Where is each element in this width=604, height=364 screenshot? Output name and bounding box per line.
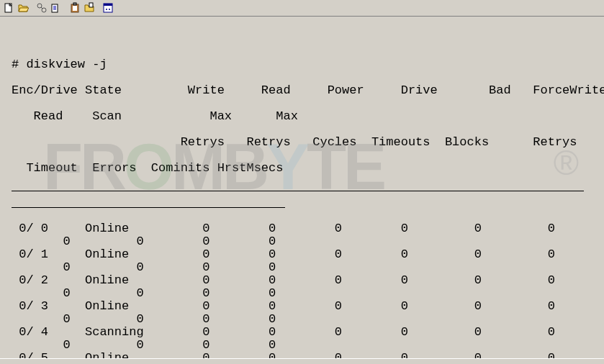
status-bar xyxy=(0,358,604,364)
paste-button[interactable] xyxy=(49,1,63,15)
session-button[interactable] xyxy=(82,1,96,15)
copy-button[interactable] xyxy=(35,1,49,15)
sub-divider-line xyxy=(12,207,285,208)
svg-rect-11 xyxy=(89,3,93,7)
properties-button[interactable] xyxy=(101,1,115,15)
table-row: 0/ 1 Online 0 0 0 0 0 0 0 0 0 0 0 xyxy=(12,248,597,274)
svg-rect-10 xyxy=(73,3,76,5)
data-rows-container: 0/ 0 Online 0 0 0 0 0 0 0 0 0 0 0 0/ 1 O… xyxy=(12,222,597,364)
svg-point-15 xyxy=(109,9,110,10)
svg-rect-9 xyxy=(73,6,77,11)
table-row: 0/ 4 Scanning 0 0 0 0 0 0 0 0 0 0 0 xyxy=(12,326,597,352)
table-row: 0/ 2 Online 0 0 0 0 0 0 0 0 0 0 0 xyxy=(12,274,597,300)
open-button[interactable] xyxy=(16,1,30,15)
command-line: # diskview -j xyxy=(12,58,597,71)
toolbar xyxy=(0,0,604,17)
header-row-3: Retrys Retrys Cycles Timeouts Blocks Ret… xyxy=(12,136,597,149)
table-row: 0/ 3 Online 0 0 0 0 0 0 0 0 0 0 0 xyxy=(12,300,597,326)
terminal-output[interactable]: FROMBYTE ® # diskview -j Enc/Drive State… xyxy=(0,17,604,364)
svg-line-3 xyxy=(41,7,42,9)
clipboard-button[interactable] xyxy=(68,1,82,15)
new-button[interactable] xyxy=(1,1,16,15)
header-row-4: Timeout Errors Cominits HrstMsecs xyxy=(12,162,597,175)
divider-line xyxy=(12,191,584,191)
table-row: 0/ 0 Online 0 0 0 0 0 0 0 0 0 0 0 xyxy=(12,222,597,248)
header-row-1: Enc/Drive State Write Read Power Drive B… xyxy=(12,84,597,97)
header-row-2: Read Scan Max Max xyxy=(12,110,597,123)
svg-rect-13 xyxy=(104,4,112,6)
svg-point-14 xyxy=(106,9,107,10)
